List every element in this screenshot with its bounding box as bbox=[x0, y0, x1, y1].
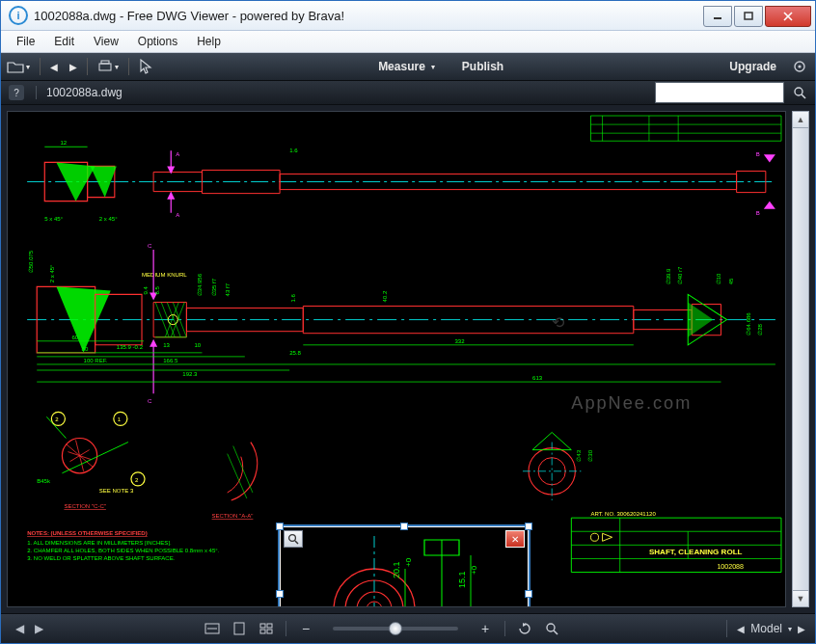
svg-point-137 bbox=[590, 533, 598, 541]
zoom-in-icon[interactable]: + bbox=[477, 621, 493, 636]
svg-marker-24 bbox=[167, 166, 175, 174]
zoom-slider[interactable] bbox=[333, 627, 458, 631]
fit-width-icon[interactable] bbox=[204, 621, 220, 636]
svg-marker-29 bbox=[764, 154, 775, 162]
svg-text:135.9 -0.2: 135.9 -0.2 bbox=[117, 344, 144, 350]
svg-text:+0: +0 bbox=[470, 565, 478, 575]
upgrade-button[interactable]: Upgrade bbox=[723, 53, 782, 80]
svg-rect-10 bbox=[590, 116, 780, 141]
toolbar: ▾ ◀ ▶ ▾ Measure▾ Publish Upgrade bbox=[1, 53, 815, 81]
svg-text:2 x 45°: 2 x 45° bbox=[99, 216, 118, 222]
search-input[interactable] bbox=[655, 82, 784, 103]
magnifier-tool-icon[interactable] bbox=[544, 621, 559, 636]
window-controls bbox=[701, 6, 811, 25]
svg-line-9 bbox=[802, 94, 805, 98]
page-next-button[interactable]: ▶ bbox=[30, 620, 47, 637]
workarea: A A B B 12 1.6 5 x 45° 2 x 45° bbox=[1, 105, 815, 613]
svg-rect-4 bbox=[99, 64, 111, 70]
close-button[interactable] bbox=[765, 6, 811, 27]
menu-view[interactable]: View bbox=[84, 33, 128, 50]
print-button[interactable]: ▾ bbox=[92, 53, 124, 80]
svg-text:12: 12 bbox=[60, 140, 67, 146]
svg-text:∅50.075: ∅50.075 bbox=[28, 250, 34, 273]
menu-options[interactable]: Options bbox=[128, 33, 187, 50]
svg-marker-138 bbox=[603, 533, 612, 541]
publish-button[interactable]: Publish bbox=[456, 53, 509, 80]
bottombar: ◀ ▶ − + ◀ Model ▾ ▶ bbox=[1, 613, 815, 643]
svg-rect-160 bbox=[267, 624, 272, 628]
svg-point-139 bbox=[289, 535, 296, 542]
scroll-down-button[interactable]: ▼ bbox=[793, 590, 808, 606]
search-icon[interactable] bbox=[792, 85, 807, 100]
svg-text:2 x 45°: 2 x 45° bbox=[49, 264, 55, 282]
pointer-button[interactable] bbox=[133, 53, 158, 80]
infobar: ? 1002088a.dwg bbox=[1, 81, 815, 105]
svg-rect-5 bbox=[101, 61, 109, 64]
svg-point-164 bbox=[547, 624, 555, 631]
nav-next-button[interactable]: ▶ bbox=[64, 53, 83, 80]
zoom-slider-thumb[interactable] bbox=[389, 622, 402, 635]
svg-marker-61 bbox=[150, 339, 157, 347]
magnifier-zoom-icon[interactable] bbox=[284, 530, 303, 548]
svg-text:613: 613 bbox=[532, 375, 543, 381]
svg-text:5 x 45°: 5 x 45° bbox=[44, 216, 63, 222]
layout-selector[interactable]: ◀ Model ▾ ▶ bbox=[737, 622, 815, 635]
svg-text:9.4: 9.4 bbox=[143, 285, 149, 294]
svg-line-165 bbox=[554, 631, 558, 634]
svg-text:∅34.956: ∅34.956 bbox=[197, 273, 203, 296]
help-icon[interactable]: ? bbox=[9, 85, 24, 100]
svg-text:B: B bbox=[756, 151, 760, 157]
vertical-scrollbar[interactable]: ▲ ▼ bbox=[792, 111, 809, 607]
settings-gear-icon[interactable] bbox=[792, 59, 807, 74]
app-icon: i bbox=[9, 6, 28, 25]
svg-text:192.3: 192.3 bbox=[182, 371, 198, 377]
svg-text:∅39.9: ∅39.9 bbox=[666, 268, 671, 284]
svg-text:40.2: 40.2 bbox=[382, 290, 388, 302]
svg-text:A: A bbox=[176, 151, 180, 157]
zoom-out-icon[interactable]: − bbox=[298, 621, 313, 636]
svg-text:⟲: ⟲ bbox=[552, 313, 565, 331]
magnifier-close-button[interactable]: ✕ bbox=[505, 530, 525, 548]
open-button[interactable]: ▾ bbox=[1, 53, 36, 80]
current-file-label: 1002088a.dwg bbox=[46, 86, 655, 99]
menu-help[interactable]: Help bbox=[187, 33, 231, 50]
svg-text:C: C bbox=[148, 398, 152, 404]
svg-text:∅30: ∅30 bbox=[588, 449, 594, 461]
thumbnails-icon[interactable] bbox=[258, 621, 274, 636]
svg-text:43 f7: 43 f7 bbox=[225, 282, 231, 296]
svg-text:1.6: 1.6 bbox=[290, 293, 296, 302]
magnifier-window[interactable]: ✕ 20.1 +0 15.1 bbox=[278, 524, 530, 607]
menu-edit[interactable]: Edit bbox=[44, 33, 84, 50]
svg-text:166.5: 166.5 bbox=[163, 358, 178, 363]
svg-text:60: 60 bbox=[71, 335, 78, 340]
svg-text:2: 2 bbox=[55, 416, 59, 422]
svg-text:∅10: ∅10 bbox=[716, 273, 721, 284]
titlebar: i 1002088a.dwg - Free DWG Viewer - power… bbox=[1, 1, 815, 31]
page-icon[interactable] bbox=[231, 621, 247, 636]
svg-text:∅43: ∅43 bbox=[576, 449, 582, 461]
svg-line-115 bbox=[228, 454, 247, 498]
svg-text:2: 2 bbox=[135, 477, 139, 483]
svg-text:20.1: 20.1 bbox=[392, 561, 401, 578]
svg-text:∅64.686: ∅64.686 bbox=[746, 312, 751, 335]
scroll-up-button[interactable]: ▲ bbox=[793, 112, 808, 128]
svg-text:A: A bbox=[176, 212, 180, 218]
nav-prev-button[interactable]: ◀ bbox=[44, 53, 64, 80]
page-first-button[interactable]: ◀ bbox=[11, 620, 28, 637]
minimize-button[interactable] bbox=[703, 6, 732, 27]
svg-rect-161 bbox=[260, 630, 265, 633]
svg-line-140 bbox=[295, 541, 298, 544]
rotate-icon[interactable] bbox=[517, 621, 532, 636]
drawing-canvas[interactable]: A A B B 12 1.6 5 x 45° 2 x 45° bbox=[7, 111, 786, 607]
svg-marker-55 bbox=[688, 302, 713, 336]
svg-text:1: 1 bbox=[118, 416, 122, 422]
svg-rect-162 bbox=[267, 630, 272, 633]
svg-text:6.5: 6.5 bbox=[154, 285, 160, 294]
maximize-button[interactable] bbox=[734, 6, 763, 27]
svg-text:15.1: 15.1 bbox=[457, 571, 467, 588]
measure-button[interactable]: Measure▾ bbox=[372, 53, 441, 80]
menu-file[interactable]: File bbox=[7, 33, 44, 50]
svg-text:45: 45 bbox=[728, 278, 734, 284]
svg-text:SEE NOTE 3: SEE NOTE 3 bbox=[99, 488, 134, 494]
svg-text:100 REF.: 100 REF. bbox=[84, 358, 108, 363]
